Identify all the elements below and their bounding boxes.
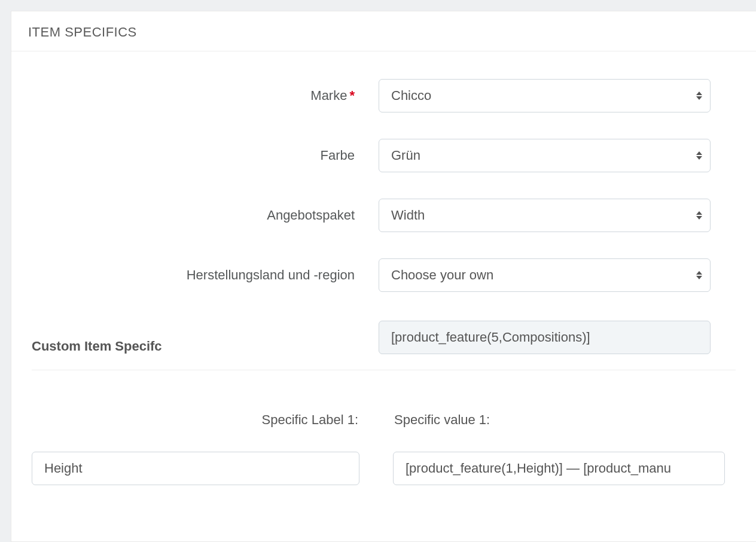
- specific-label-heading: Specific Label 1:: [32, 412, 359, 428]
- row-farbe: Farbe: [32, 139, 736, 172]
- specific-value-input[interactable]: [393, 452, 725, 485]
- required-asterisk: *: [349, 88, 355, 103]
- panel-title: ITEM SPECIFICS: [11, 11, 756, 51]
- row-marke: Marke*: [32, 79, 736, 112]
- control-compositions: [379, 321, 736, 354]
- select-herstellungsland[interactable]: [379, 258, 711, 292]
- select-marke[interactable]: [379, 79, 711, 112]
- custom-inputs-row: [32, 452, 736, 485]
- specific-value-heading: Specific value 1:: [393, 412, 725, 428]
- select-angebotspaket[interactable]: [379, 199, 711, 232]
- compositions-input[interactable]: [379, 321, 711, 354]
- form-area: Marke* Farbe Angebotspaket: [11, 51, 756, 485]
- label-herstellungsland: Herstellungsland und -region: [32, 267, 379, 283]
- label-marke: Marke*: [32, 88, 379, 103]
- label-marke-text: Marke: [310, 88, 347, 103]
- control-marke: [379, 79, 736, 112]
- label-angebotspaket: Angebotspaket: [32, 208, 379, 223]
- label-custom-subsection-wrap: Custom Item Specifc: [32, 318, 379, 354]
- row-herstellungsland: Herstellungsland und -region: [32, 258, 736, 292]
- row-angebotspaket: Angebotspaket: [32, 199, 736, 232]
- select-marke-wrap: [379, 79, 711, 112]
- subsection-title: Custom Item Specifc: [32, 339, 379, 354]
- row-compositions: Custom Item Specifc: [32, 318, 736, 354]
- control-angebotspaket: [379, 199, 736, 232]
- control-herstellungsland: [379, 258, 736, 292]
- label-farbe: Farbe: [32, 148, 379, 163]
- divider: [32, 370, 736, 370]
- control-farbe: [379, 139, 736, 172]
- custom-headings-row: Specific Label 1: Specific value 1:: [32, 412, 736, 428]
- specific-label-input[interactable]: [32, 452, 359, 485]
- select-angebotspaket-wrap: [379, 199, 711, 232]
- select-herstellungsland-wrap: [379, 258, 711, 292]
- select-farbe[interactable]: [379, 139, 711, 172]
- item-specifics-panel: ITEM SPECIFICS Marke* Farbe: [11, 11, 756, 542]
- select-farbe-wrap: [379, 139, 711, 172]
